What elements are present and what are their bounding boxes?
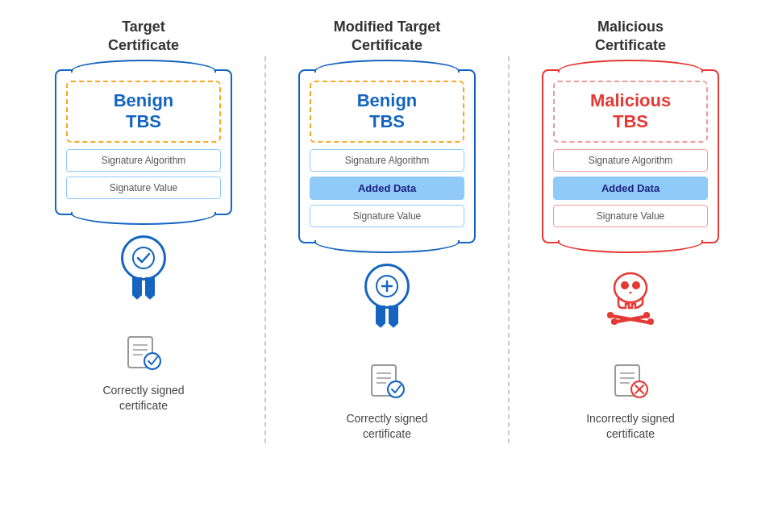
bottom-section-malicious: Incorrectly signedcertificate [586, 353, 675, 443]
svg-point-19 [607, 312, 614, 318]
certificate-scroll-malicious: MaliciousTBS Signature Algorithm Added D… [542, 69, 719, 243]
certificate-scroll-target: BenignTBS Signature Algorithm Signature … [55, 69, 232, 215]
cert-icon-malicious [598, 260, 663, 332]
svg-point-0 [133, 247, 154, 268]
svg-point-20 [611, 318, 618, 325]
svg-point-22 [643, 312, 650, 318]
column-target: TargetCertificate BenignTBS Signature Al… [23, 16, 264, 414]
tbs-label-modified: BenignTBS [318, 90, 456, 133]
main-container: TargetCertificate BenignTBS Signature Al… [0, 16, 774, 443]
field-sig-value-modified: Signature Value [310, 205, 464, 227]
doc-x-icon-malicious [609, 361, 653, 405]
svg-point-16 [632, 281, 640, 289]
verified-doc-icon [122, 333, 166, 373]
column-title-malicious: MaliciousCertificate [595, 16, 666, 56]
verified-doc-icon-modified [365, 361, 410, 401]
tbs-box-modified: BenignTBS [310, 81, 464, 143]
field-sig-value-malicious: Signature Value [553, 205, 708, 227]
badge-circle-target [121, 235, 166, 281]
column-malicious: MaliciousCertificate MaliciousTBS Signat… [510, 16, 751, 443]
badge-ribbons-modified [376, 305, 398, 328]
column-modified: Modified TargetCertificate BenignTBS Sig… [266, 16, 508, 443]
checkmark-icon [131, 246, 156, 270]
cert-icon-target [121, 231, 166, 304]
svg-point-21 [647, 318, 654, 325]
doc-check-icon-target [122, 333, 166, 376]
badge-ribbons-target [132, 277, 155, 300]
tbs-box-target: BenignTBS [66, 81, 221, 143]
column-title-modified: Modified TargetCertificate [334, 16, 441, 56]
invalid-doc-icon [609, 361, 653, 401]
field-added-data-malicious: Added Data [553, 177, 708, 200]
award-badge-modified [364, 264, 410, 328]
award-badge-target [121, 235, 166, 300]
svg-point-5 [144, 353, 160, 369]
tbs-label-malicious: MaliciousTBS [561, 90, 700, 133]
ribbon-left-modified [376, 305, 385, 328]
certificate-scroll-modified: BenignTBS Signature Algorithm Added Data… [298, 69, 476, 243]
bottom-section-target: Correctly signedcertificate [102, 325, 184, 414]
field-added-data-modified: Added Data [310, 177, 464, 200]
doc-check-icon-modified [365, 361, 410, 405]
bottom-section-modified: Correctly signedcertificate [346, 353, 427, 443]
svg-point-13 [388, 381, 404, 397]
field-sig-algo-target: Signature Algorithm [66, 149, 221, 172]
status-text-malicious: Incorrectly signedcertificate [586, 411, 675, 443]
tbs-label-target: BenignTBS [74, 90, 213, 133]
status-text-modified: Correctly signedcertificate [346, 411, 427, 443]
cert-icon-modified [364, 260, 410, 332]
field-sig-algo-modified: Signature Algorithm [310, 149, 464, 172]
ribbon-left [132, 277, 142, 300]
badge-circle-modified [364, 264, 410, 309]
status-text-target: Correctly signedcertificate [102, 383, 184, 414]
column-title-target: TargetCertificate [108, 16, 179, 56]
ribbon-right-modified [389, 305, 398, 328]
tbs-box-malicious: MaliciousTBS [553, 81, 708, 143]
field-sig-algo-malicious: Signature Algorithm [553, 149, 708, 172]
skull-icon [598, 264, 663, 328]
ribbon-right [145, 277, 155, 300]
plus-icon [375, 274, 399, 298]
svg-point-15 [621, 281, 629, 289]
field-sig-value-target: Signature Value [66, 177, 221, 199]
